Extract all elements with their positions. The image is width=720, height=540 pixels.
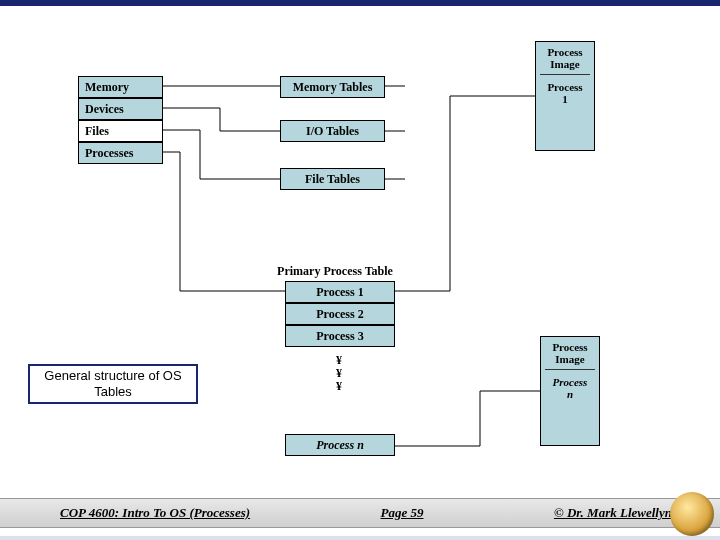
pin-header: Process Image (552, 341, 587, 365)
ppt-process-2: Process 2 (285, 303, 395, 325)
label: Process 3 (316, 329, 363, 344)
memory-tables-box: Memory Tables (280, 76, 385, 98)
left-files: Files (78, 120, 163, 142)
footer-page: Page 59 (381, 505, 424, 521)
ppt-process-1: Process 1 (285, 281, 395, 303)
ppt-process-n: Process n (285, 434, 395, 456)
label: Process n (316, 438, 364, 453)
slide: Memory Devices Files Processes Memory Ta… (0, 0, 720, 540)
label: Memory (85, 80, 129, 95)
footer-left: COP 4600: Intro To OS (Processes) (60, 505, 250, 521)
bottom-rule (0, 536, 720, 540)
pi1-header: Process Image (547, 46, 582, 70)
label: Processes (85, 146, 133, 161)
footer: COP 4600: Intro To OS (Processes) Page 5… (0, 498, 720, 528)
ucf-logo-icon (670, 492, 714, 536)
left-processes: Processes (78, 142, 163, 164)
footer-right: © Dr. Mark Llewellyn (554, 505, 672, 521)
label: File Tables (305, 172, 360, 187)
label: Files (85, 124, 109, 139)
process-image-n: Process Image Process n (540, 336, 600, 446)
io-tables-box: I/O Tables (280, 120, 385, 142)
ppt-title: Primary Process Table (275, 264, 395, 279)
file-tables-box: File Tables (280, 168, 385, 190)
caption-box: General structure of OS Tables (28, 364, 198, 404)
ppt-process-3: Process 3 (285, 325, 395, 347)
left-devices: Devices (78, 98, 163, 120)
label: I/O Tables (306, 124, 359, 139)
process-image-1: Process Image Process 1 (535, 41, 595, 151)
left-memory: Memory (78, 76, 163, 98)
label: Process 1 (316, 285, 363, 300)
pin-sub: Process n (545, 369, 595, 400)
pi1-sub: Process 1 (540, 74, 590, 105)
caption-text: General structure of OS Tables (30, 368, 196, 399)
label: Process 2 (316, 307, 363, 322)
label: Memory Tables (293, 80, 373, 95)
diagram-area: Memory Devices Files Processes Memory Ta… (60, 36, 670, 476)
label: Devices (85, 102, 124, 117)
vertical-dots: ¥ ¥ ¥ (324, 354, 354, 394)
